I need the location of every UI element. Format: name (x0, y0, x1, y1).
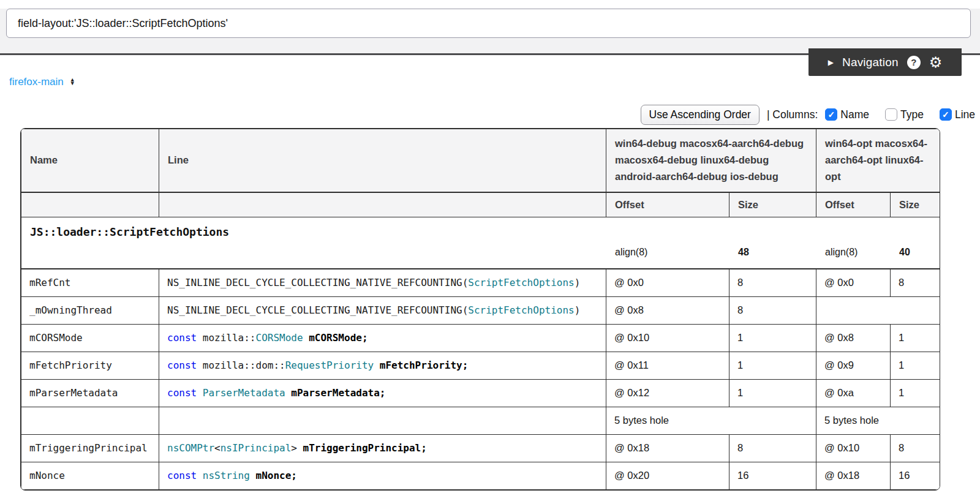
field-row: _mOwningThreadNS_INLINE_DECL_CYCLE_COLLE… (21, 296, 940, 324)
opt-size: 1 (891, 324, 940, 352)
debug-size: 8 (729, 269, 816, 296)
column-checkbox-line[interactable]: ✓Line (940, 108, 975, 121)
expand-triangle-icon[interactable]: ▶ (828, 59, 834, 66)
debug-offset: @ 0x8 (606, 296, 729, 324)
debug-offset: @ 0x0 (606, 269, 729, 296)
code-text (197, 387, 203, 399)
tree-selector-link[interactable]: firefox-main (9, 76, 64, 88)
opt-size: 16 (891, 462, 940, 489)
field-layout-table: Name Line win64-debug macosx64-aarch64-d… (20, 128, 940, 491)
help-icon[interactable]: ? (907, 56, 921, 69)
debug-offset: @ 0x20 (606, 462, 729, 489)
code-text: ) (575, 277, 581, 288)
column-header-name: Name (21, 129, 159, 192)
subheader-opt-size: Size (891, 192, 940, 217)
field-declaration: const mozilla::dom::RequestPriority mFet… (159, 352, 606, 379)
use-ascending-order-button[interactable]: Use Ascending Order (641, 105, 760, 125)
checkbox-label: Type (900, 108, 924, 121)
checkbox-unchecked-icon[interactable] (885, 108, 897, 121)
opt-size: 1 (891, 379, 940, 407)
debug-offset: @ 0x10 (606, 324, 729, 352)
field-name: mParserMetadata (21, 379, 159, 407)
opt-offset: @ 0x9 (816, 352, 891, 379)
platform-group-debug: win64-debug macosx64-aarch64-debug macos… (606, 129, 816, 192)
field-declaration: const mozilla::CORSMode mCORSMode; (159, 324, 606, 352)
column-checkboxes: ✓NameType✓Line (825, 108, 975, 121)
gear-icon[interactable]: ⚙ (929, 55, 943, 70)
code-text: mTriggeringPrincipal; (303, 442, 427, 454)
code-text: < (214, 442, 221, 454)
down-arrow-icon: ▼ (70, 82, 75, 86)
field-name: mCORSMode (21, 324, 159, 352)
platform-group-opt: win64-opt macosx64-aarch64-opt linux64-o… (816, 129, 940, 192)
opt-size: 8 (891, 434, 940, 462)
opt-total-size: 40 (891, 247, 940, 258)
type-link[interactable]: ParserMetadata (203, 387, 285, 399)
field-name: mRefCnt (21, 269, 159, 296)
code-text: > (291, 442, 303, 454)
field-name: mTriggeringPrincipal (21, 434, 159, 462)
code-text: mCORSMode; (309, 332, 368, 344)
checkbox-checked-icon[interactable]: ✓ (825, 108, 837, 121)
field-declaration: NS_INLINE_DECL_CYCLE_COLLECTING_NATIVE_R… (159, 296, 606, 324)
code-text: mozilla:: (197, 332, 255, 344)
checkbox-label: Name (840, 108, 869, 121)
search-input[interactable] (6, 9, 971, 38)
subheader-empty-line (159, 192, 606, 217)
type-link[interactable]: nsIPrincipal (221, 442, 292, 454)
keyword: const (167, 470, 197, 481)
subheader-empty-name (21, 192, 159, 217)
code-text: mNonce; (256, 470, 297, 481)
code-text: ) (575, 304, 581, 316)
code-text: mozilla::dom:: (197, 359, 285, 371)
code-text (285, 387, 292, 399)
field-declaration: NS_INLINE_DECL_CYCLE_COLLECTING_NATIVE_R… (159, 269, 606, 296)
type-link[interactable]: RequestPriority (285, 359, 374, 371)
keyword: const (167, 387, 197, 399)
field-row: mTriggeringPrincipalnsCOMPtr<nsIPrincipa… (21, 434, 940, 462)
navigation-panel[interactable]: ▶ Navigation ? ⚙ (809, 48, 962, 76)
class-summary-row: JS::loader::ScriptFetchOptions align(8) … (21, 217, 940, 269)
debug-hole: 5 bytes hole (606, 407, 816, 434)
code-text: NS_INLINE_DECL_CYCLE_COLLECTING_NATIVE_R… (167, 304, 468, 316)
checkbox-checked-icon[interactable]: ✓ (940, 108, 952, 121)
tree-switch-icon[interactable]: ▲ ▼ (70, 78, 75, 85)
code-text (250, 470, 256, 481)
type-link[interactable]: CORSMode (256, 332, 303, 344)
opt-offset: @ 0xa (816, 379, 891, 407)
subheader-opt-offset: Offset (816, 192, 891, 217)
column-header-line: Line (159, 129, 606, 192)
field-name (21, 407, 159, 434)
columns-label: | Columns: (767, 108, 818, 121)
opt-offset: @ 0x8 (816, 324, 891, 352)
field-name: _mOwningThread (21, 296, 159, 324)
column-checkbox-type[interactable]: Type (885, 108, 924, 121)
field-declaration: const nsString mNonce; (159, 462, 606, 489)
type-link[interactable]: ScriptFetchOptions (468, 304, 574, 316)
debug-size: 1 (729, 379, 816, 407)
debug-size: 8 (729, 296, 816, 324)
table-toolbar: Use Ascending Order | Columns: ✓NameType… (0, 103, 980, 126)
debug-align: align(8) (606, 247, 729, 258)
keyword: const (167, 359, 197, 371)
type-link[interactable]: nsCOMPtr (167, 442, 214, 454)
type-link[interactable]: ScriptFetchOptions (468, 277, 574, 288)
code-text: mFetchPriority; (380, 359, 469, 371)
navigation-panel-title[interactable]: Navigation (842, 56, 899, 69)
column-checkbox-name[interactable]: ✓Name (825, 108, 869, 121)
field-name: mFetchPriority (21, 352, 159, 379)
opt-hole: 5 bytes hole (816, 407, 940, 434)
debug-total-size: 48 (729, 247, 816, 258)
code-text: NS_INLINE_DECL_CYCLE_COLLECTING_NATIVE_R… (167, 277, 468, 288)
type-link[interactable]: nsString (203, 470, 250, 481)
opt-offset: @ 0x18 (816, 462, 891, 489)
debug-size: 1 (729, 324, 816, 352)
debug-size: 8 (729, 434, 816, 462)
tree-selector-row: firefox-main ▲ ▼ (9, 75, 980, 89)
class-name: JS::loader::ScriptFetchOptions (21, 217, 940, 238)
opt-offset: @ 0x10 (816, 434, 891, 462)
opt-size: 1 (891, 352, 940, 379)
field-row: mCORSModeconst mozilla::CORSMode mCORSMo… (21, 324, 940, 352)
field-row: mFetchPriorityconst mozilla::dom::Reques… (21, 352, 940, 379)
field-row: mParserMetadataconst ParserMetadata mPar… (21, 379, 940, 407)
